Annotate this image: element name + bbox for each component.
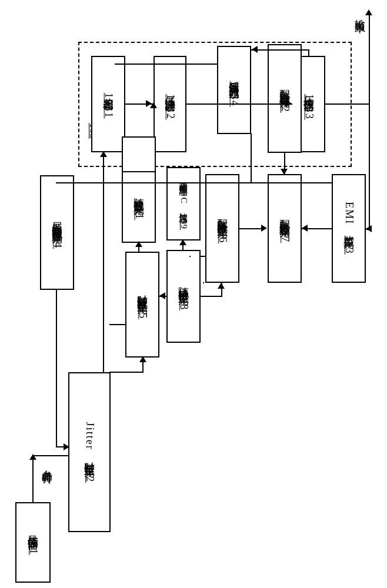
block-104-spread-config: 展频方向和范围配置单元104 [40,175,74,290]
connector [217,64,218,65]
block-1031-phase-detector: 鉴相器1031 [91,56,125,152]
arrowhead [252,46,258,53]
arrowhead [281,169,288,175]
block-105-clock-random-gen: 时钟随机数产生单元105 [125,252,159,358]
connector [103,152,104,372]
block-113-emi-monitor: EMI监控单元113 [332,174,366,283]
connector [251,49,309,51]
block-106-config-random-gen: 配置随机数产生单元106 [205,174,239,283]
connector [186,103,292,105]
connector [200,256,206,257]
arrowhead [146,100,152,107]
connector [239,228,262,229]
connector [138,242,139,252]
arrowhead [261,225,267,232]
arrowhead [366,225,372,232]
connector [153,103,154,105]
block-101-crystal-oscillator: 晶体振荡器101 [15,502,51,583]
connector [325,103,370,105]
block-109-temp-adc-sensor: 高精度温度ADC传感器109 [166,167,201,240]
connector [200,296,222,297]
connector [32,455,34,502]
arrowhead [218,283,225,289]
arrowhead [365,9,372,15]
connector [56,182,332,183]
arrowhead [302,225,308,232]
connector [125,103,147,105]
connector [56,446,68,447]
connector [369,103,370,230]
arrowhead [286,100,292,107]
connector [115,64,116,65]
block-1034-feedback-divider: 反馈回路分频器1034 [217,46,251,134]
block-102-jitter-clock-generator: Jitter时钟产生单元102 [68,372,111,532]
reference-clock-label: 参考时钟 [40,462,54,466]
block-1032-lowpass-filter: 低通滤波器1032 [154,56,186,152]
block-112-config-storage: 配置信息存储单元112 [268,44,302,153]
connector [109,372,144,373]
connector [203,282,204,283]
connector [251,133,252,183]
block-108-random-seed-gen: 随机种子产生单元108 [166,250,201,343]
block-107-config-control: 配置信息控制单元107 [268,174,302,283]
connector [369,13,370,105]
connector [32,455,68,456]
connector [56,290,57,447]
connector [182,240,184,250]
connector [142,358,144,373]
connector [115,64,218,65]
connector [189,256,191,257]
connector [109,324,126,325]
arrowhead [159,292,165,299]
